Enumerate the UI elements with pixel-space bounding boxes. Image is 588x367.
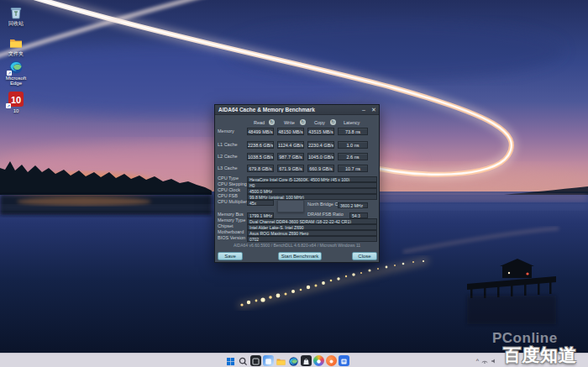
cpu-stepping-value: H0 — [247, 182, 377, 188]
row-label-l2: L2 Cache — [218, 153, 238, 160]
close-window-button[interactable]: ✕ — [369, 105, 379, 114]
l3-latency-value: 10.7 ns — [338, 165, 368, 172]
status-text: AIDA64 v6.60.5900 / BenchDLL 4.6.820-x64… — [215, 243, 379, 248]
close-button[interactable]: Close — [352, 252, 377, 260]
recycle-bin-icon — [8, 5, 24, 20]
memory-latency-value: 73.8 ns — [338, 128, 368, 135]
l2-copy-value: 1045.0 GB/s — [307, 153, 334, 160]
column-header-write: Write — [284, 119, 295, 126]
info-label: Memory Type — [218, 218, 245, 223]
network-icon[interactable] — [481, 358, 488, 364]
app-blue-button[interactable] — [339, 355, 349, 366]
volume-icon[interactable] — [491, 358, 497, 364]
l1-read-value: 2238.6 GB/s — [247, 141, 274, 149]
l1-copy-value: 2230.4 GB/s — [307, 141, 334, 149]
l2-write-value: 987.7 GB/s — [277, 153, 304, 160]
column-header-latency: Latency — [344, 119, 360, 126]
l2-latency-value: 2.6 ns — [338, 153, 368, 160]
folder-icon — [8, 35, 24, 50]
l3-read-value: 679.8 GB/s — [247, 165, 274, 172]
widgets-button[interactable] — [263, 355, 274, 366]
save-button[interactable]: Save — [218, 252, 243, 260]
app-orange-button[interactable] — [326, 355, 337, 366]
motherboard-value: Asus ROG Maximus Z690 Hero — [247, 230, 377, 236]
info-label: Chipset — [218, 223, 234, 229]
desktop-icon-label: 文件夹 — [0, 51, 32, 56]
file-explorer-button[interactable] — [276, 355, 286, 366]
memory-read-value: 48499 MB/s — [247, 128, 274, 135]
svg-text:10: 10 — [11, 95, 21, 105]
edge-taskbar-button[interactable] — [288, 355, 299, 366]
shortcut-arrow-icon: ↗ — [6, 103, 11, 108]
window-title: AIDA64 Cache & Memory Benchmark — [215, 107, 359, 113]
row-label-memory: Memory — [218, 128, 234, 135]
desktop-icon-label: Microsoft Edge — [0, 76, 32, 86]
store-button[interactable] — [301, 355, 312, 366]
baidu-zhidao-watermark: 百度知道 — [503, 343, 577, 367]
aida64-window: AIDA64 Cache & Memory Benchmark – ✕ Read… — [214, 104, 380, 263]
dram-fsb-ratio-value: 54:3 — [349, 212, 368, 218]
taskbar: ^ — [0, 353, 588, 367]
info-label: BIOS Version — [218, 235, 245, 241]
row-label-l1: L1 Cache — [218, 141, 238, 149]
desktop-icon-edge[interactable]: ↗ Microsoft Edge — [0, 60, 32, 86]
system-tray: ^ — [476, 355, 497, 366]
memory-bus-value: 1799.1 MHz — [247, 212, 274, 218]
bios-version-value: 0702 — [247, 236, 377, 242]
refresh-read-icon[interactable]: ↻ — [269, 119, 275, 125]
column-header-copy: Copy — [314, 119, 325, 126]
desktop-icon-label: 10 — [0, 108, 32, 113]
info-label: CPU Multiplier — [218, 199, 247, 205]
info-label: CPU Stepping — [218, 181, 247, 187]
start-benchmark-button[interactable]: Start Benchmark — [278, 252, 322, 260]
search-button[interactable] — [238, 355, 249, 366]
memory-copy-value: 43515 MB/s — [307, 128, 334, 135]
info-label: CPU Clock — [218, 187, 240, 193]
memory-write-value: 48150 MB/s — [277, 128, 304, 135]
desktop: 回收站 文件夹 ↗ Microsoft Edge 10 ↗ — [0, 0, 588, 367]
start-button[interactable] — [225, 355, 236, 366]
shortcut-arrow-icon: ↗ — [7, 71, 12, 76]
nb-clock-value: 3600.2 MHz — [338, 202, 368, 208]
l3-copy-value: 660.9 GB/s — [307, 165, 334, 172]
info-label: CPU Type — [218, 176, 239, 181]
minimize-button[interactable]: – — [359, 105, 369, 114]
desktop-icon-recycle-bin[interactable]: 回收站 — [0, 5, 32, 26]
l1-write-value: 1124.4 GB/s — [277, 141, 304, 149]
taskbar-icons — [225, 355, 349, 366]
cpu-fsb-value: 99.8 MHz (original: 100 MHz) — [247, 194, 377, 200]
desktop-icon-label: 回收站 — [0, 21, 32, 26]
cpu-type-value: HexaCore Intel Core i5-12600K, 4500 MHz … — [247, 176, 377, 182]
refresh-write-icon[interactable]: ↻ — [300, 119, 306, 125]
info-label: Motherboard — [218, 229, 244, 235]
edge-icon: ↗ — [8, 60, 24, 75]
photos-button[interactable] — [313, 355, 324, 366]
desktop-icon-folder[interactable]: 文件夹 — [0, 35, 32, 56]
row-label-l3: L3 Cache — [218, 165, 238, 172]
blank-panel — [277, 200, 304, 212]
memory-type-value: Dual Channel DDR4-3600 SDRAM (18-22-22-4… — [247, 218, 377, 224]
column-header-read: Read — [254, 119, 265, 126]
info-label: Memory Bus — [218, 212, 244, 218]
app-10-icon: 10 ↗ — [8, 91, 24, 107]
info-label: CPU FSB — [218, 193, 238, 199]
chipset-value: Intel Alder Lake-S, Intel Z690 — [247, 224, 377, 230]
task-view-button[interactable] — [250, 355, 261, 366]
tray-chevron-icon[interactable]: ^ — [476, 355, 479, 366]
dram-fsb-ratio-label: DRAM:FSB Ratio — [307, 212, 344, 218]
refresh-copy-icon[interactable]: ↻ — [330, 119, 336, 125]
l1-latency-value: 1.0 ns — [338, 141, 368, 149]
l2-read-value: 1038.5 GB/s — [247, 153, 274, 160]
cpu-clock-value: 4500.0 MHz — [247, 188, 377, 194]
window-titlebar[interactable]: AIDA64 Cache & Memory Benchmark – ✕ — [215, 105, 379, 115]
desktop-icon-app-10[interactable]: 10 ↗ 10 — [0, 91, 32, 113]
cpu-multiplier-value: 45x — [247, 200, 274, 206]
l3-write-value: 671.9 GB/s — [277, 165, 304, 172]
